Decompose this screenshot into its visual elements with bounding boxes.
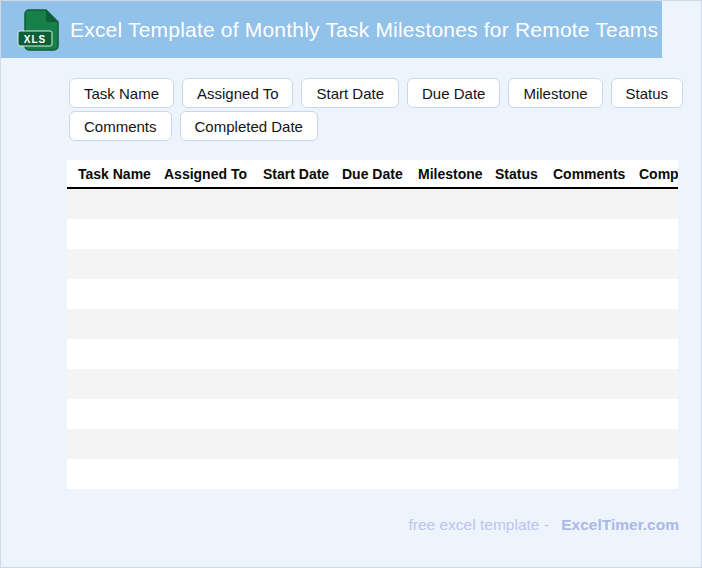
table-row [67, 309, 678, 339]
table-header-row: Task Name Assigned To Start Date Due Dat… [67, 160, 678, 189]
preview-table: Task Name Assigned To Start Date Due Dat… [67, 160, 678, 489]
column-header-task-name: Task Name [67, 166, 164, 182]
footer: free excel template - ExcelTimer.com [1, 516, 701, 534]
page: XLS Excel Template of Monthly Task Miles… [0, 0, 702, 568]
chip-start-date[interactable]: Start Date [301, 78, 399, 108]
footer-text: free excel template - [408, 516, 548, 533]
table-row [67, 339, 678, 369]
table-row [67, 279, 678, 309]
chip-row-2: Comments Completed Date [69, 111, 701, 141]
column-header-start-date: Start Date [263, 166, 342, 182]
column-header-status: Status [495, 166, 553, 182]
table-row [67, 369, 678, 399]
chip-completed-date[interactable]: Completed Date [180, 111, 318, 141]
table-row [67, 189, 678, 219]
column-header-milestone: Milestone [418, 166, 495, 182]
table-row [67, 459, 678, 489]
page-title: Excel Template of Monthly Task Milestone… [70, 18, 658, 42]
table-row [67, 429, 678, 459]
chip-row-1: Task Name Assigned To Start Date Due Dat… [69, 78, 701, 108]
field-chips: Task Name Assigned To Start Date Due Dat… [69, 78, 701, 141]
footer-brand-link[interactable]: ExcelTimer.com [561, 516, 679, 533]
chip-assigned-to[interactable]: Assigned To [182, 78, 293, 108]
chip-comments[interactable]: Comments [69, 111, 172, 141]
header-bar: XLS Excel Template of Monthly Task Miles… [1, 1, 662, 58]
chip-milestone[interactable]: Milestone [508, 78, 602, 108]
table-row [67, 219, 678, 249]
table-row [67, 399, 678, 429]
table-row [67, 249, 678, 279]
chip-status[interactable]: Status [611, 78, 684, 108]
table-body [67, 189, 678, 489]
column-header-completed-date: Completed Date [639, 166, 678, 182]
chip-due-date[interactable]: Due Date [407, 78, 500, 108]
column-header-due-date: Due Date [342, 166, 418, 182]
xls-icon-label: XLS [24, 33, 46, 44]
column-header-comments: Comments [553, 166, 639, 182]
column-header-assigned-to: Assigned To [164, 166, 263, 182]
xls-file-icon: XLS [15, 8, 61, 52]
chip-task-name[interactable]: Task Name [69, 78, 174, 108]
